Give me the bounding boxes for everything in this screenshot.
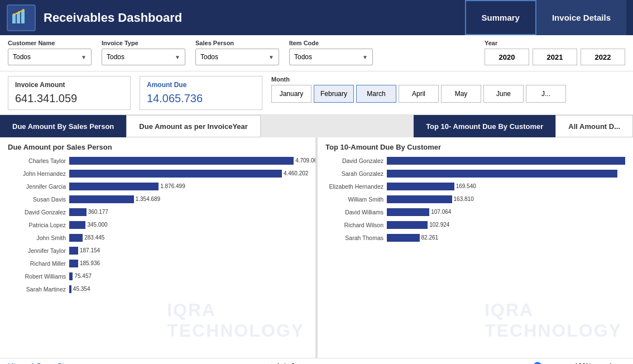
bar-label: Sarah Martinez: [8, 286, 69, 293]
header-nav: Summary Invoice Details: [465, 0, 626, 35]
bar-row: David Gonzalez 360.177: [8, 207, 308, 217]
month-btn-april[interactable]: April: [399, 85, 439, 103]
footer-fullscreen-btn[interactable]: ⤢: [618, 362, 625, 365]
logo: [7, 4, 36, 31]
bar-label: Robert Williams: [8, 273, 69, 280]
bar-label: John Hernandez: [8, 170, 69, 177]
powerbi-link[interactable]: Microsoft Power BI: [8, 362, 64, 365]
bar-track: 187.154: [69, 247, 308, 255]
month-btn-more[interactable]: J...: [526, 85, 566, 103]
bar-value: 283.445: [84, 234, 104, 242]
month-btn-february[interactable]: February: [314, 85, 354, 103]
bar-value: 1.876.499: [160, 183, 185, 190]
month-btn-june[interactable]: June: [483, 85, 524, 103]
kpi-amount-due-value: 14.065.736: [147, 92, 252, 105]
filter-sales-person-label: Sales Person: [195, 40, 279, 46]
footer-prev-btn[interactable]: ◀: [266, 362, 272, 364]
year-buttons: 2020 2021 2022: [485, 49, 625, 65]
bar-row: David Gonzalez: [325, 156, 625, 166]
bar-label: Jennifer Taylor: [8, 247, 69, 254]
bar-label: Patricia Lopez: [8, 222, 69, 228]
year-btn-2021[interactable]: 2021: [533, 49, 577, 65]
bar-track: 283.445: [69, 234, 308, 242]
kpi-invoice-amount-label: Invoice Amount: [15, 81, 120, 89]
customer-name-select[interactable]: Todos ▼: [8, 49, 92, 65]
bar-fill: [387, 170, 617, 178]
year-label: Year: [485, 40, 625, 46]
svg-rect-2: [21, 10, 25, 23]
bar-fill: [69, 247, 78, 255]
bar-fill: [69, 195, 134, 203]
invoice-type-select[interactable]: Todos ▼: [102, 49, 185, 65]
bar-track: 4.460.202: [69, 170, 308, 178]
footer-plus-btn[interactable]: +: [565, 362, 570, 365]
year-btn-2022[interactable]: 2022: [581, 49, 625, 65]
svg-point-3: [13, 13, 15, 16]
item-code-value: Todos: [294, 53, 312, 61]
bar-track: 185.936: [69, 260, 308, 267]
page-title: Receivables Dashboard: [44, 11, 465, 25]
watermark-left: IQRATECHNOLOGY: [167, 300, 304, 341]
bar-fill: [69, 157, 294, 165]
invoice-type-arrow: ▼: [175, 54, 180, 60]
tab-due-amount-invoice-year[interactable]: Due Amount as per InvoiceYear: [126, 115, 261, 137]
zoom-slider[interactable]: [516, 362, 561, 365]
footer-fit-btn[interactable]: ⊡: [596, 362, 603, 365]
svg-rect-1: [17, 12, 20, 23]
bar-value: 360.177: [88, 208, 108, 216]
bar-label: David Gonzalez: [325, 157, 387, 164]
tab-row: Due Amount By Sales Person Due Amount as…: [0, 115, 633, 137]
bar-row: John Smith 283.445: [8, 233, 308, 243]
bar-row: Patricia Lopez 345.000: [8, 220, 308, 230]
bar-track: 102.924: [387, 221, 625, 229]
nav-invoice-details[interactable]: Invoice Details: [536, 0, 626, 35]
bar-value: 4.709.060: [295, 157, 315, 165]
item-code-select[interactable]: Todos ▼: [289, 49, 373, 65]
svg-point-4: [18, 11, 20, 13]
nav-summary[interactable]: Summary: [465, 0, 536, 35]
month-btn-march[interactable]: March: [356, 85, 396, 103]
bar-value: 45.354: [73, 285, 90, 293]
sales-person-value: Todos: [200, 53, 218, 61]
tab-row-right: Top 10- Amount Due By Customer All Amoun…: [414, 115, 633, 137]
bar-value: 75.457: [74, 272, 92, 280]
item-code-arrow: ▼: [362, 54, 368, 60]
logo-icon: [11, 9, 31, 27]
bar-fill: [387, 221, 428, 229]
bar-row: Sarah Gonzalez: [325, 169, 625, 179]
bar-track: 82.261: [387, 234, 625, 242]
bar-track: [387, 170, 625, 178]
filters-bar: Customer Name Todos ▼ Invoice Type Todos…: [0, 35, 633, 71]
bar-track: 163.810: [387, 195, 625, 203]
bar-fill: [69, 272, 73, 280]
bar-fill: [69, 234, 83, 242]
year-btn-2020[interactable]: 2020: [485, 49, 529, 65]
bar-value: 102.924: [429, 221, 449, 229]
zoom-value: 100%: [574, 362, 592, 365]
bar-row: Elizabeth Hernandez 169.540: [325, 181, 625, 191]
filter-customer-name-label: Customer Name: [8, 40, 92, 46]
invoice-type-value: Todos: [107, 53, 124, 61]
bar-row: Jennifer Taylor 187.154: [8, 246, 308, 256]
footer-minus-btn[interactable]: −: [507, 362, 512, 365]
footer-share-btn[interactable]: ⬆: [607, 362, 614, 365]
chart-left-title: Due Amount por Sales Person: [8, 143, 308, 151]
bar-track: 75.457: [69, 272, 308, 280]
tab-all-amount[interactable]: All Amount D...: [555, 115, 633, 137]
month-btn-january[interactable]: January: [271, 85, 311, 103]
header: Receivables Dashboard Summary Invoice De…: [0, 0, 633, 35]
tab-top10-customer[interactable]: Top 10- Amount Due By Customer: [414, 115, 555, 137]
watermark-right: IQRATECHNOLOGY: [485, 300, 622, 341]
sales-person-select[interactable]: Todos ▼: [195, 49, 279, 65]
bar-fill: [387, 157, 625, 165]
bar-value: 185.936: [80, 260, 100, 267]
footer-next-btn[interactable]: ▶: [300, 362, 305, 364]
bar-row: Sarah Thomas 82.261: [325, 233, 625, 243]
kpi-invoice-amount: Invoice Amount 641.341.059: [8, 76, 131, 110]
month-section: Month January February March April May J…: [271, 76, 625, 110]
bar-value: 187.154: [80, 247, 100, 255]
tab-due-amount-by-sales[interactable]: Due Amount By Sales Person: [0, 115, 126, 137]
bar-fill: [387, 234, 420, 242]
year-section: Year 2020 2021 2022: [485, 40, 625, 65]
month-btn-may[interactable]: May: [441, 85, 481, 103]
